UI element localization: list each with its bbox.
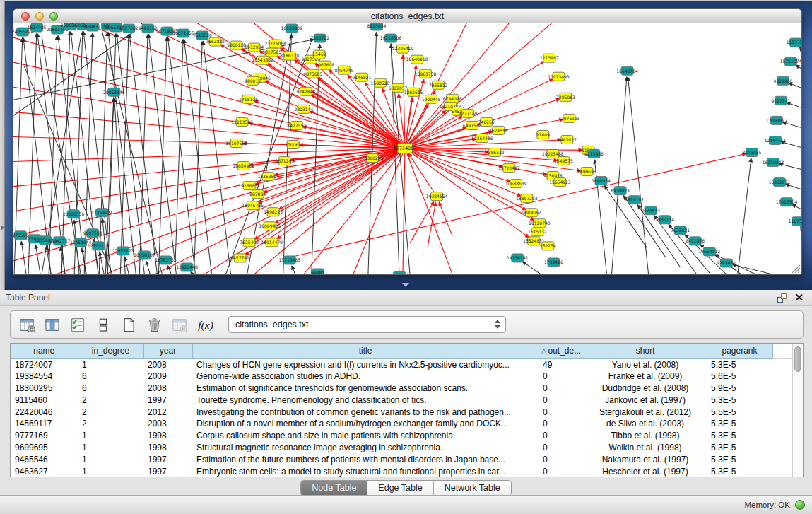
control-panel-collapsed-strip[interactable]: [0, 1, 5, 291]
graph-node[interactable]: 7485063: [556, 93, 575, 101]
graph-node[interactable]: 1527602: [119, 24, 139, 33]
column-header-title[interactable]: title: [192, 344, 539, 358]
window-resize-grip[interactable]: [798, 271, 800, 273]
graph-node[interactable]: 9245652: [717, 259, 736, 267]
cell-name[interactable]: 19384554: [11, 370, 78, 382]
column-header-pagerank[interactable]: pagerank: [707, 344, 772, 358]
graph-node[interactable]: 9463627: [558, 135, 577, 144]
graph-node[interactable]: 7386532: [486, 148, 505, 156]
cell-title[interactable]: Embryonic stem cells: a model to study s…: [192, 465, 539, 477]
table-scrollbar-thumb[interactable]: [794, 346, 801, 372]
graph-node[interactable]: 12975115: [558, 114, 580, 122]
graph-node[interactable]: 15932971: [769, 178, 791, 187]
cell-year[interactable]: 1997: [143, 394, 192, 406]
cell-out_degree[interactable]: 0: [539, 430, 584, 442]
graph-node[interactable]: 16671355: [172, 29, 194, 37]
cell-year[interactable]: 2012: [143, 406, 192, 418]
cell-short[interactable]: Dudbridge et al. (2008): [584, 382, 707, 395]
cell-year[interactable]: 2003: [143, 418, 192, 430]
graph-node[interactable]: 8813054: [367, 23, 387, 30]
tab-edge-table[interactable]: Edge Table: [367, 481, 433, 496]
table-row[interactable]: 969969511998Structural magnetic resonanc…: [11, 442, 803, 454]
graph-node[interactable]: 21609: [536, 130, 550, 139]
graph-node[interactable]: 16033809: [281, 24, 302, 33]
cell-short[interactable]: Hescheler et al. (1997): [584, 465, 707, 477]
tab-network-table[interactable]: Network Table: [434, 481, 511, 496]
table-row[interactable]: 1456911722003Disruption of a novel membe…: [11, 418, 803, 430]
cell-in_degree[interactable]: 6: [78, 370, 143, 382]
graph-node[interactable]: 13942757: [49, 237, 71, 245]
graph-node[interactable]: 15751074: [780, 57, 801, 66]
graph-node[interactable]: 16231: [392, 271, 406, 274]
graph-node[interactable]: 1990448: [422, 95, 441, 103]
graph-node[interactable]: 887834: [249, 190, 266, 199]
cell-short[interactable]: Wolkin et al. (1998): [584, 442, 707, 454]
cell-out_degree[interactable]: 0: [539, 418, 584, 430]
graph-node[interactable]: 19384554: [426, 192, 448, 201]
cell-out_degree[interactable]: 0: [539, 406, 584, 418]
cell-in_degree[interactable]: 2: [78, 394, 143, 406]
cell-in_degree[interactable]: 2: [78, 406, 143, 418]
window-resize-grip[interactable]: [795, 268, 800, 273]
graph-node[interactable]: 18654982: [233, 162, 254, 170]
table-row[interactable]: 1872400712008Changes of HCN gene express…: [11, 358, 803, 370]
graph-node[interactable]: 10958107: [134, 251, 155, 259]
network-view-window[interactable]: citations_edges.txt 18724007766382298601…: [13, 8, 802, 275]
table-scrollbar[interactable]: [792, 344, 803, 477]
graph-node[interactable]: 9875685: [303, 69, 322, 78]
graph-node[interactable]: 9242848: [296, 87, 315, 95]
graph-node[interactable]: 8215955: [743, 148, 762, 156]
graph-node[interactable]: 9146821: [353, 73, 372, 81]
function-builder-icon[interactable]: f(x): [196, 315, 214, 334]
graph-node[interactable]: 2935114: [655, 216, 674, 224]
graph-node[interactable]: 1615132: [528, 228, 547, 236]
cell-pagerank[interactable]: 5.6E-5: [707, 370, 772, 382]
graph-node[interactable]: 12325419: [392, 45, 414, 53]
cell-in_degree[interactable]: 1: [78, 430, 143, 442]
graph-node[interactable]: 2967608: [315, 61, 334, 69]
table-row[interactable]: 911546021997Tourette syndrome. Phenomeno…: [11, 394, 803, 406]
cell-pagerank[interactable]: 5.3E-5: [707, 430, 772, 442]
graph-node[interactable]: 9699695: [577, 168, 596, 176]
graph-node[interactable]: 7955812: [429, 81, 448, 89]
cell-name[interactable]: 9699695: [11, 442, 78, 454]
float-window-icon[interactable]: [777, 293, 787, 303]
graph-node[interactable]: 1733426: [544, 258, 563, 267]
cell-title[interactable]: Changes of HCN gene expression and I(f) …: [192, 358, 539, 370]
table-row[interactable]: 1938455462009Genome-wide association stu…: [11, 370, 803, 382]
cell-title[interactable]: Genome-wide association studies in ADHD.: [192, 370, 539, 382]
cell-year[interactable]: 1997: [143, 453, 192, 465]
graph-node[interactable]: 10654112: [699, 247, 721, 256]
graph-node[interactable]: 17016504: [776, 198, 798, 206]
graph-node[interactable]: 7385722: [310, 34, 329, 42]
graph-node[interactable]: 12505115: [88, 242, 110, 250]
graph-node[interactable]: 1167534: [789, 217, 801, 226]
cell-out_degree[interactable]: 0: [539, 453, 584, 465]
table-row[interactable]: 946554611997Estimation of the future num…: [11, 453, 803, 465]
cell-in_degree[interactable]: 1: [78, 453, 143, 465]
cell-title[interactable]: Disruption of a novel member of a sodium…: [192, 418, 539, 430]
new-column-icon[interactable]: [119, 315, 138, 334]
cell-year[interactable]: 1998: [143, 442, 192, 454]
graph-node[interactable]: 10973493: [548, 72, 570, 81]
graph-node[interactable]: 7632621: [671, 226, 690, 235]
graph-node[interactable]: 3624556: [489, 126, 508, 134]
table-settings-icon[interactable]: [18, 315, 36, 334]
graph-node[interactable]: 1117358: [787, 38, 801, 47]
graph-node[interactable]: 16120740: [529, 219, 551, 228]
cell-short[interactable]: Jankovic et al. (1997): [584, 394, 707, 406]
cell-out_degree[interactable]: 0: [539, 370, 584, 382]
graph-node[interactable]: 15462: [312, 50, 326, 59]
cell-title[interactable]: Corpus callosum shape and size in male p…: [192, 430, 539, 442]
cell-pagerank[interactable]: 5.3E-5: [707, 465, 772, 477]
cell-in_degree[interactable]: 6: [78, 382, 143, 395]
cell-short[interactable]: Nakamura et al. (1997): [584, 453, 707, 465]
table-row[interactable]: 977716911998Corpus callosum shape and si…: [11, 430, 803, 442]
cell-name[interactable]: 9777169: [11, 430, 78, 442]
cell-name[interactable]: 18724007: [11, 358, 78, 370]
graph-node[interactable]: 21364486: [471, 134, 493, 142]
cell-out_degree[interactable]: 0: [539, 465, 584, 477]
graph-node[interactable]: 12213503: [231, 117, 253, 126]
column-header-short[interactable]: short: [584, 344, 707, 358]
cell-pagerank[interactable]: 5.3E-5: [707, 358, 772, 370]
